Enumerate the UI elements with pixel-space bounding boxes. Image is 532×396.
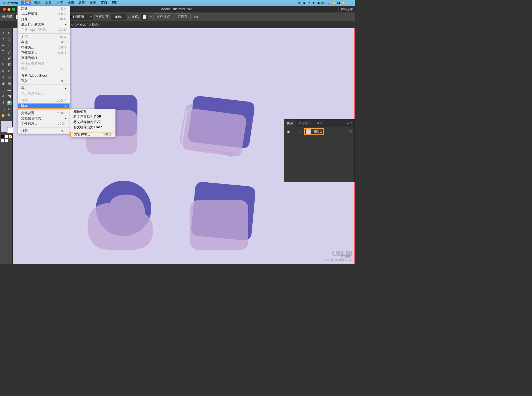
solid-color-icon[interactable] xyxy=(1,135,4,138)
menu-item-[interactable]: 文档设置...⌥⌘ P xyxy=(18,111,70,116)
menu-effect[interactable]: 效果 xyxy=(76,0,87,6)
brush-tool-icon[interactable]: 🖌 xyxy=(6,55,13,61)
direct-select-tool-icon[interactable]: ▹ xyxy=(6,29,13,36)
menu-item-[interactable]: 打印...⌘ P xyxy=(18,128,70,134)
type-tool-icon[interactable]: T xyxy=(0,48,6,55)
menu-item-[interactable]: 存储为...⇧⌘ S xyxy=(18,45,70,50)
menu-item-[interactable]: 导出所选项目... xyxy=(18,91,70,96)
doc-setup-button[interactable]: 文档设置 xyxy=(154,13,173,20)
rectangle-tool-icon[interactable]: ▭ xyxy=(0,55,6,61)
panel-expand-icon[interactable]: » xyxy=(347,121,349,125)
gradient-color-icon[interactable] xyxy=(5,135,8,138)
menu-item-[interactable]: 存储为模板... xyxy=(18,55,70,61)
visibility-icon[interactable]: ◉ xyxy=(287,130,290,134)
menu-help[interactable]: 帮助 xyxy=(109,0,121,6)
hand-tool-icon[interactable]: ✋ xyxy=(0,112,6,119)
tab-layers[interactable]: 图层 xyxy=(284,119,296,127)
graph-tool-icon[interactable]: 📊 xyxy=(6,99,13,106)
menu-item-[interactable]: 关闭⌘ W xyxy=(18,34,70,40)
submenu-item-[interactable]: 其它脚本...⌘F12 xyxy=(70,132,115,137)
traffic-lights[interactable] xyxy=(0,8,15,11)
submenu-item-[interactable]: 图像描摹 xyxy=(70,109,115,114)
none-color-icon[interactable] xyxy=(9,135,12,138)
brush-preset[interactable]: 5 点圆形 ▾ xyxy=(67,14,94,20)
free-transform-icon[interactable]: ◇ xyxy=(6,74,13,80)
style-label: 样式: xyxy=(131,14,139,19)
notification-1[interactable]: 🔔14 xyxy=(332,1,340,5)
width-tool-icon[interactable]: ⫞ xyxy=(0,74,6,80)
close-window-icon[interactable] xyxy=(3,8,6,11)
menu-item-[interactable]: 置入...⇧⌘ P xyxy=(18,78,70,84)
gradient-tool-icon[interactable]: ▬ xyxy=(6,87,13,93)
menu-file[interactable]: 文件 xyxy=(21,0,32,6)
menu-item-AdobeStock[interactable]: 搜索 Adobe Stock... xyxy=(18,73,70,78)
symbol-spray-icon[interactable]: ✻ xyxy=(0,99,6,106)
menu-window[interactable]: 窗口 xyxy=(98,0,109,6)
expand-layer-icon[interactable]: › xyxy=(299,130,303,133)
menu-edit[interactable]: 编辑 xyxy=(32,0,43,6)
target-icon[interactable] xyxy=(349,130,352,133)
rotate-tool-icon[interactable]: ↻ xyxy=(0,68,6,74)
blend-tool-icon[interactable]: ⬔ xyxy=(6,93,13,99)
mesh-tool-icon[interactable]: ⊞ xyxy=(0,87,6,93)
menu-type[interactable]: 文字 xyxy=(54,0,65,6)
menu-item-[interactable]: 文件信息...⌥⇧⌘ I xyxy=(18,121,70,126)
menu-item-[interactable]: 打开...⌘ O xyxy=(18,17,70,22)
menu-item-[interactable]: 恢复F12 xyxy=(18,66,70,71)
menu-item-[interactable]: 从模板新建...⇧⌘ N xyxy=(18,11,70,17)
menu-item-[interactable]: 文档颜色模式 xyxy=(18,116,70,121)
draw-behind-icon[interactable] xyxy=(5,139,8,142)
left-toolbar: ▷▹ ✦◌ ✒〰 T╱ ▭🖌 ✎◧ ↻⤢ ⫞◇ ◉▦ ⊞▬ ✐⬔ ✻📊 ▢✂ ✋… xyxy=(0,28,13,264)
opacity-field[interactable] xyxy=(111,14,126,20)
pen-tool-icon[interactable]: ✒ xyxy=(0,42,6,48)
draw-normal-icon[interactable] xyxy=(1,139,4,142)
minimize-window-icon[interactable] xyxy=(7,8,11,11)
eyedropper-tool-icon[interactable]: ✐ xyxy=(0,93,6,99)
layers-panel[interactable]: 图层 资源导出 画板 »≡ ◉ › 图层 1 xyxy=(284,119,355,182)
submenu-item-Flash[interactable]: 将文档导出为 Flash xyxy=(70,125,115,130)
menu-item-[interactable]: 脚本 xyxy=(18,103,70,109)
panel-menu-icon[interactable]: ≡ xyxy=(351,121,352,125)
layer-row[interactable]: ◉ › 图层 1 xyxy=(284,128,354,136)
menu-item-[interactable]: 新建...⌘ N xyxy=(18,6,70,11)
menu-item-[interactable]: 存储副本...⌥⌘ S xyxy=(18,50,70,55)
menu-item-[interactable]: 最近打开的文件 xyxy=(18,22,70,27)
curvature-tool-icon[interactable]: 〰 xyxy=(6,42,13,48)
menu-item-[interactable]: 导出 xyxy=(18,86,70,91)
zoom-tool-icon[interactable]: 🔍 xyxy=(6,112,13,119)
layer-name[interactable]: 图层 1 xyxy=(313,129,322,134)
slice-tool-icon[interactable]: ✂ xyxy=(6,106,13,112)
submenu-item-SVG[interactable]: 将文档存储为 SVG xyxy=(70,119,115,125)
maximize-window-icon[interactable] xyxy=(12,8,15,11)
magic-wand-tool-icon[interactable]: ✦ xyxy=(0,36,6,42)
eraser-tool-icon[interactable]: ◧ xyxy=(6,61,13,68)
menu-item-[interactable]: 存储⌘ S xyxy=(18,40,70,45)
submenu-item-PDF[interactable]: 将文档存储为 PDF xyxy=(70,114,115,119)
prefs-button[interactable]: 首选项 xyxy=(175,13,191,20)
menu-item-[interactable]: 打包...⌥⇧⌘ P xyxy=(18,98,70,103)
tab-artboards[interactable]: 画板 xyxy=(314,119,325,127)
shaper-tool-icon[interactable]: ✎ xyxy=(0,61,6,68)
scale-tool-icon[interactable]: ⤢ xyxy=(6,68,13,74)
search-icon[interactable]: 🔍 xyxy=(326,1,330,5)
fill-stroke-swatch[interactable] xyxy=(1,121,12,132)
lasso-tool-icon[interactable]: ◌ xyxy=(6,36,13,42)
menu-item-Bridge[interactable]: 在 Bridge 中浏览...⌥⌘ O xyxy=(18,27,70,32)
menu-select[interactable]: 选择 xyxy=(65,0,76,6)
view-count: ◉76 xyxy=(317,1,324,5)
artboard-tool-icon[interactable]: ▢ xyxy=(0,106,6,112)
notification-2[interactable]: 🔔99+ xyxy=(342,1,352,5)
selection-tool-icon[interactable]: ▷ xyxy=(0,29,6,36)
perspective-icon[interactable]: ▦ xyxy=(6,80,13,87)
menu-object[interactable]: 对象 xyxy=(43,0,54,6)
compass-icon: ✦ xyxy=(308,1,310,5)
menu-view[interactable]: 视图 xyxy=(87,0,98,6)
tab-asset-export[interactable]: 资源导出 xyxy=(296,119,314,127)
style-swatch[interactable] xyxy=(141,14,149,20)
menu-item-[interactable]: 存储选中的切片... xyxy=(18,61,70,66)
shape-builder-icon[interactable]: ◉ xyxy=(0,80,6,87)
opacity-label: 不透明度: xyxy=(95,14,109,19)
align-icon[interactable]: ⊞▾ xyxy=(194,15,198,19)
workspace-switcher[interactable]: 传统基本 xyxy=(338,6,353,12)
line-tool-icon[interactable]: ╱ xyxy=(6,48,13,55)
